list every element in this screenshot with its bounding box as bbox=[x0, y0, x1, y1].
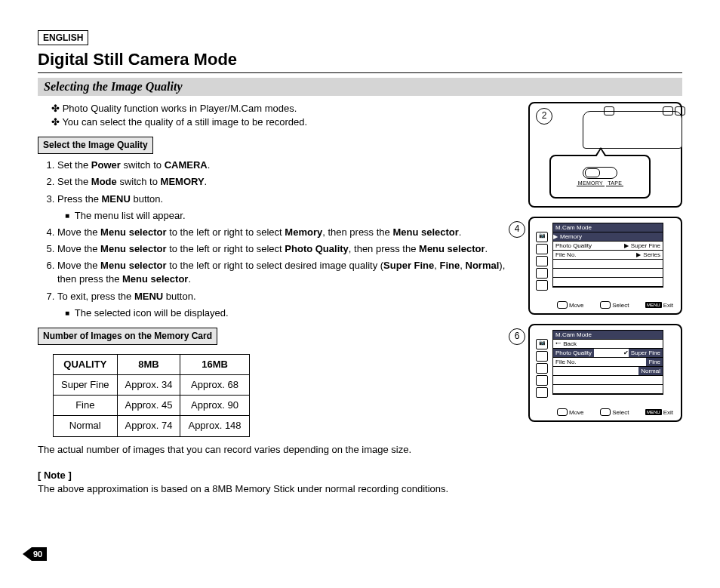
step-4: Move the Menu selector to the left or ri… bbox=[57, 226, 521, 239]
language-badge: ENGLISH bbox=[38, 30, 88, 45]
icon bbox=[536, 363, 548, 374]
note-heading: [ Note ] bbox=[38, 469, 521, 482]
th-8mb: 8MB bbox=[117, 354, 180, 374]
menu-mode-label: M.Cam Mode bbox=[553, 331, 663, 339]
icon bbox=[536, 280, 548, 291]
menu-memory[interactable]: Memory bbox=[558, 232, 663, 241]
menu-footer-controls: Move Select MENUExit bbox=[557, 301, 673, 309]
quality-table: QUALITY 8MB 16MB Super FineApprox. 34App… bbox=[53, 354, 250, 437]
table-row: Super FineApprox. 34Approx. 68 bbox=[54, 375, 250, 396]
page-number: 90 bbox=[23, 547, 47, 561]
opt-fine[interactable]: Fine bbox=[646, 358, 663, 366]
move-icon bbox=[557, 301, 568, 309]
th-quality: QUALITY bbox=[54, 354, 118, 374]
menu-side-icons: 📷 bbox=[536, 339, 548, 399]
steps-list: Set the Power switch to CAMERA. Set the … bbox=[50, 159, 521, 320]
camera-illustration bbox=[568, 108, 673, 153]
icon bbox=[536, 244, 548, 254]
callout-2: 2 bbox=[536, 108, 552, 125]
select-icon bbox=[600, 301, 611, 309]
menu-photo-quality[interactable]: Photo Quality bbox=[553, 242, 594, 250]
callout-4: 4 bbox=[509, 221, 525, 238]
figure-menu-step6: 📷 M.Cam Mode ⭠ Back Photo Quality✔Super … bbox=[528, 324, 682, 422]
menu-screen-6: M.Cam Mode ⭠ Back Photo Quality✔Super Fi… bbox=[552, 330, 663, 395]
table-footnote: The actual number of images that you can… bbox=[38, 443, 521, 457]
camera-icon: 📷 bbox=[536, 339, 548, 349]
menu-val-superfine: Super Fine bbox=[629, 242, 663, 250]
icon bbox=[536, 351, 548, 362]
table-title-box: Number of Images on the Memory Card bbox=[38, 328, 217, 345]
switch-balloon: MEMORY TAPE bbox=[549, 155, 651, 199]
page-title: Digital Still Camera Mode bbox=[38, 50, 682, 73]
opt-normal[interactable]: Normal bbox=[638, 367, 663, 375]
step-2: Set the Mode switch to MEMORY. bbox=[57, 175, 521, 189]
step-1: Set the Power switch to CAMERA. bbox=[57, 159, 521, 172]
callout-6: 6 bbox=[509, 328, 525, 345]
menu-file-no[interactable]: File No. bbox=[553, 251, 579, 259]
menu-screen-4: M.Cam Mode ▶Memory Photo Quality▶Super F… bbox=[552, 223, 663, 288]
note-body: The above approximation is based on a 8M… bbox=[38, 482, 521, 496]
step-5: Move the Menu selector to the left or ri… bbox=[57, 242, 521, 256]
icon bbox=[536, 375, 548, 386]
icon bbox=[536, 387, 548, 398]
mode-toggle[interactable] bbox=[583, 167, 617, 179]
step-7: To exit, press the MENU button. The sele… bbox=[57, 290, 521, 320]
menu-mode-label: M.Cam Mode bbox=[553, 223, 663, 232]
ctrl-exit: Exit bbox=[663, 409, 673, 416]
figure-mode-switch: 2 MEMORY TAPE bbox=[528, 102, 682, 208]
switch-label-memory: MEMORY bbox=[577, 180, 605, 186]
menu-back[interactable]: ⭠ Back bbox=[553, 340, 579, 348]
menu-chip: MENU bbox=[645, 409, 662, 415]
figure-column: 2 MEMORY TAPE bbox=[528, 102, 682, 496]
figure-menu-step4: 📷 M.Cam Mode ▶Memory Photo Quality▶Super… bbox=[528, 217, 682, 315]
menu-chip: MENU bbox=[645, 302, 662, 308]
menu-footer-controls: Move Select MENUExit bbox=[557, 408, 673, 416]
step-3: Press the MENU button. The menu list wil… bbox=[57, 192, 521, 223]
step-7-sub: The selected icon will be displayed. bbox=[65, 306, 521, 320]
menu-file-no[interactable]: File No. bbox=[553, 358, 579, 366]
ctrl-move: Move bbox=[569, 409, 584, 416]
table-row: FineApprox. 45Approx. 90 bbox=[54, 396, 250, 416]
select-image-quality-label: Select the Image Quality bbox=[38, 137, 153, 154]
select-icon bbox=[600, 408, 611, 416]
camera-icon: 📷 bbox=[536, 232, 548, 242]
menu-side-icons: 📷 bbox=[536, 232, 548, 292]
icon bbox=[536, 256, 548, 266]
ctrl-select: Select bbox=[612, 302, 629, 309]
ctrl-select: Select bbox=[612, 409, 629, 416]
move-icon bbox=[557, 408, 568, 416]
main-text-column: Photo Quality function works in Player/M… bbox=[38, 102, 521, 496]
table-row: NormalApprox. 74Approx. 148 bbox=[54, 416, 250, 436]
menu-val-series: Series bbox=[641, 251, 663, 259]
step-3-sub: The menu list will appear. bbox=[65, 209, 521, 223]
ctrl-exit: Exit bbox=[663, 302, 673, 309]
section-header: Selecting the Image Quality bbox=[38, 78, 682, 96]
opt-super-fine[interactable]: Super Fine bbox=[629, 349, 663, 357]
switch-label-tape: TAPE bbox=[606, 180, 623, 186]
intro-bullet: You can select the quality of a still im… bbox=[51, 115, 521, 129]
th-16mb: 16MB bbox=[180, 354, 249, 374]
step-6: Move the Menu selector to the left or ri… bbox=[57, 259, 521, 286]
icon bbox=[536, 268, 548, 279]
ctrl-move: Move bbox=[569, 302, 584, 309]
menu-photo-quality[interactable]: Photo Quality bbox=[553, 349, 594, 357]
intro-bullet: Photo Quality function works in Player/M… bbox=[51, 102, 521, 115]
